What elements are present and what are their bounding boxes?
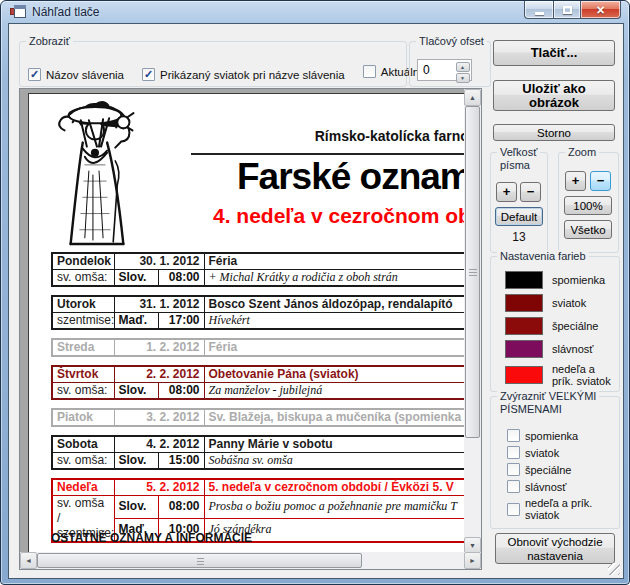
resize-grip[interactable]	[608, 563, 620, 575]
thumb-grip-icon	[469, 269, 477, 276]
app-icon	[10, 5, 26, 21]
parish-header: Rímsko-katolícka farnosť	[189, 128, 464, 144]
document-footer: OSTATNÉ OZNAMY A INFORMÁCIE	[51, 531, 252, 545]
scroll-right-button[interactable]: ►	[464, 552, 481, 569]
thumb-grip-icon	[197, 558, 204, 566]
date-cell: 2. 2. 2012	[114, 366, 204, 383]
close-icon: ×	[596, 3, 604, 17]
highlight-group-label: Zvýrazniť VEĽKÝMI PÍSMENAMI	[497, 390, 599, 416]
highlight-option[interactable]: spomienka	[507, 429, 597, 442]
offset-group-label: Tlačový ofset	[416, 35, 487, 48]
highlight-checkbox[interactable]	[507, 480, 520, 493]
font-size-group-label: Veľkosť písma	[497, 146, 540, 172]
show-option-label: Prikázaný sviatok pri názve slávenia	[160, 69, 345, 81]
show-option-checkbox[interactable]: ✓	[142, 68, 155, 81]
intention-cell: + Michal Krátky a rodičia z oboh strán	[204, 270, 464, 287]
language-cell: Slov.	[114, 270, 158, 287]
zoom-in-button[interactable]: +	[565, 171, 586, 191]
maximize-button[interactable]	[553, 1, 581, 19]
cancel-button[interactable]: Storno	[493, 124, 615, 141]
celebration-title-cell: 5. nedeľa v cezročnom období / Évközi 5.…	[204, 479, 464, 496]
highlight-checkbox[interactable]	[507, 503, 520, 516]
highlight-checkbox[interactable]	[507, 463, 520, 476]
color-setting-row: spomienka	[505, 271, 618, 289]
color-swatch[interactable]	[505, 317, 543, 335]
date-cell: 4. 2. 2012	[114, 436, 204, 453]
vertical-scrollbar[interactable]: ▲ ▼	[464, 89, 481, 554]
horizontal-scroll-thumb[interactable]	[37, 553, 362, 568]
language-cell: Slov.	[114, 496, 158, 519]
intention-cell: Prosba o božiu pomoc a požehnanie pre ma…	[204, 496, 464, 519]
highlight-checkbox[interactable]	[507, 446, 520, 459]
scroll-left-button[interactable]: ◄	[20, 552, 37, 569]
zoom-100-button[interactable]: 100%	[564, 196, 612, 215]
spinner-up-icon[interactable]: ▲	[456, 62, 470, 72]
print-offset-input[interactable]: 0 ▲ ▼	[417, 59, 472, 81]
color-setting-row: nedeľa a prík. sviatok	[505, 363, 618, 387]
highlight-option[interactable]: nedeľa a prík. sviatok	[507, 497, 597, 521]
show-group: Zobraziť ✓Názov slávenia✓Prikázaný sviat…	[19, 41, 407, 87]
print-preview-panel: Rímsko-katolícka farnosť Farské oznam 4.…	[19, 88, 482, 570]
color-swatch[interactable]	[505, 294, 543, 312]
print-offset-value: 0	[423, 63, 430, 77]
highlight-option[interactable]: špeciálne	[507, 463, 597, 476]
highlight-checkbox[interactable]	[507, 429, 520, 442]
document-subtitle: 4. nedeľa v cezročnom ob	[213, 204, 464, 228]
time-cell: 15:00	[158, 453, 204, 470]
zoom-group: Zoom + − 100% Všetko	[558, 152, 619, 253]
close-button[interactable]: ×	[581, 1, 621, 19]
celebration-title-cell: Féria	[204, 253, 464, 270]
highlight-option[interactable]: slávnosť	[507, 480, 597, 493]
print-button[interactable]: Tlačiť...	[493, 40, 615, 66]
date-cell: 5. 2. 2012	[114, 479, 204, 496]
offset-group: Tlačový ofset 0 ▲ ▼	[409, 41, 491, 87]
color-settings-label: Nastavenia farieb	[497, 250, 589, 263]
mass-label-cell: sv. omša:	[52, 270, 114, 287]
print-preview-window: Náhľad tlače × Zobraziť ✓Názov slávenia✓…	[0, 0, 630, 585]
horizontal-scrollbar[interactable]: ◄ ►	[20, 552, 481, 569]
vertical-scroll-thumb[interactable]	[465, 106, 480, 438]
day-block: Štvrtok2. 2. 2012Obetovanie Pána (sviato…	[51, 365, 464, 400]
color-setting-row: špeciálne	[505, 317, 618, 335]
time-cell: 08:00	[158, 383, 204, 400]
font-size-value: 13	[491, 230, 547, 244]
show-option-checkbox[interactable]: ✓	[28, 68, 41, 81]
day-cell: Piatok	[52, 409, 114, 426]
document-title: Farské oznam	[237, 156, 464, 198]
show-option-checkbox[interactable]	[363, 65, 376, 78]
minimize-button[interactable]	[524, 1, 553, 19]
preview-viewport: Rímsko-katolícka farnosť Farské oznam 4.…	[20, 89, 464, 552]
celebration-title-cell: Sv. Blažeja, biskupa a mučeníka (spomien…	[204, 409, 464, 426]
intention-cell: Hívekért	[204, 313, 464, 330]
celebration-title-cell: Féria	[204, 339, 464, 356]
good-shepherd-image	[41, 100, 155, 248]
day-cell: Utorok	[52, 296, 114, 313]
zoom-all-button[interactable]: Všetko	[564, 220, 612, 239]
font-size-decrease-button[interactable]: −	[520, 182, 541, 202]
color-swatch[interactable]	[505, 340, 543, 358]
font-size-increase-button[interactable]: +	[496, 182, 517, 202]
scroll-up-button[interactable]: ▲	[464, 89, 481, 106]
day-block: Sobota4. 2. 2012Panny Márie v sobotusv. …	[51, 435, 464, 470]
language-cell: Slov.	[114, 453, 158, 470]
color-swatch[interactable]	[505, 271, 543, 289]
date-cell: 3. 2. 2012	[114, 409, 204, 426]
color-settings-list: spomienkasviatokšpeciálneslávnosťnedeľa …	[505, 271, 618, 387]
celebration-title-cell: Bosco Szent János áldozópap, rendalapító	[204, 296, 464, 313]
highlight-group: Zvýrazniť VEĽKÝMI PÍSMENAMI spomienkasvi…	[490, 396, 620, 529]
titlebar[interactable]: Náhľad tlače ×	[1, 1, 629, 24]
restore-defaults-button[interactable]: Obnoviť východzie nastavenia	[495, 533, 615, 564]
zoom-group-label: Zoom	[565, 146, 599, 159]
zoom-out-button[interactable]: −	[590, 171, 611, 191]
save-as-image-button[interactable]: Uložiť ako obrázok	[493, 80, 615, 111]
highlight-option[interactable]: sviatok	[507, 446, 597, 459]
show-option[interactable]: ✓Názov slávenia	[28, 68, 124, 81]
color-label: nedeľa a prík. sviatok	[552, 363, 618, 387]
spinner-down-icon[interactable]: ▼	[456, 73, 470, 83]
color-swatch[interactable]	[505, 366, 543, 384]
show-group-label: Zobraziť	[26, 35, 73, 48]
show-option-label: Názov slávenia	[46, 69, 124, 81]
font-size-default-button[interactable]: Default	[495, 207, 543, 226]
time-cell: 08:00	[158, 496, 204, 519]
show-option[interactable]: ✓Prikázaný sviatok pri názve slávenia	[142, 68, 345, 81]
